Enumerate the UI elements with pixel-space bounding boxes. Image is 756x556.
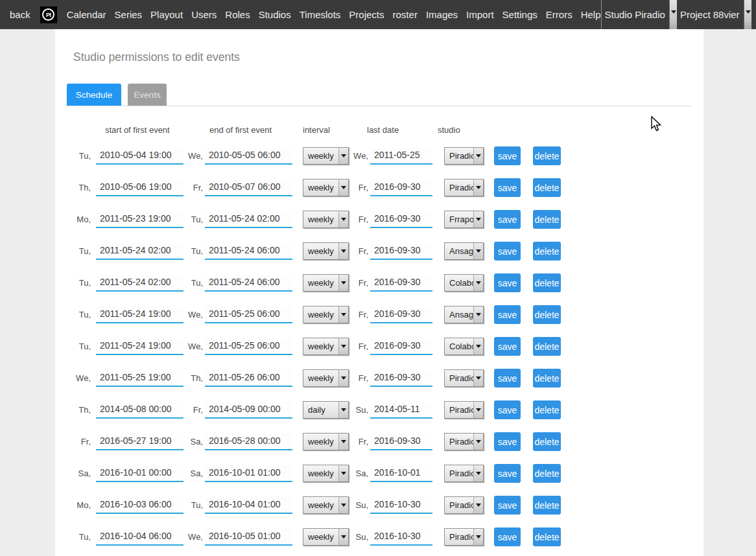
nav-item-timeslots[interactable]: Timeslots xyxy=(300,9,341,20)
start-datetime-input[interactable] xyxy=(96,180,183,196)
studio-row-select[interactable]: Piradio xyxy=(444,496,484,514)
delete-button[interactable]: delete xyxy=(533,178,561,197)
start-datetime-input[interactable] xyxy=(96,402,183,419)
delete-button[interactable]: delete xyxy=(533,242,561,261)
start-datetime-input[interactable] xyxy=(96,434,183,450)
last-date-input[interactable] xyxy=(370,465,432,482)
studio-select[interactable]: Studio Piradio xyxy=(602,0,677,29)
save-button[interactable]: save xyxy=(494,496,521,515)
studio-row-select[interactable]: Ansage xyxy=(444,306,484,323)
end-datetime-input[interactable] xyxy=(205,434,292,450)
studio-row-select[interactable]: Piradio xyxy=(444,369,484,387)
back-button[interactable]: back xyxy=(10,9,30,20)
end-datetime-input[interactable] xyxy=(205,275,292,292)
nav-item-images[interactable]: Images xyxy=(426,9,458,20)
last-date-input[interactable] xyxy=(370,434,432,450)
delete-button[interactable]: delete xyxy=(533,210,561,229)
save-button[interactable]: save xyxy=(494,527,521,546)
interval-select[interactable]: weekly xyxy=(303,147,349,165)
save-button[interactable]: save xyxy=(494,273,521,292)
start-datetime-input[interactable] xyxy=(96,148,183,165)
save-button[interactable]: save xyxy=(494,337,521,356)
last-date-input[interactable] xyxy=(370,243,432,260)
studio-row-select[interactable]: Piradio xyxy=(444,528,484,546)
start-datetime-input[interactable] xyxy=(96,307,183,323)
interval-select[interactable]: weekly xyxy=(303,179,349,196)
start-datetime-input[interactable] xyxy=(96,243,183,260)
delete-button[interactable]: delete xyxy=(533,464,561,483)
studio-row-select[interactable]: Piradio xyxy=(444,401,484,419)
start-datetime-input[interactable] xyxy=(96,370,183,387)
last-date-input[interactable] xyxy=(370,148,432,165)
last-date-input[interactable] xyxy=(370,497,432,514)
nav-item-calendar[interactable]: Calendar xyxy=(67,9,106,20)
start-datetime-input[interactable] xyxy=(96,497,183,514)
delete-button[interactable]: delete xyxy=(533,337,561,356)
end-datetime-input[interactable] xyxy=(205,529,292,546)
nav-item-errors[interactable]: Errors xyxy=(546,9,573,20)
nav-item-settings[interactable]: Settings xyxy=(502,9,537,20)
studio-row-select[interactable]: Colabo xyxy=(444,338,484,355)
last-date-input[interactable] xyxy=(370,370,432,387)
interval-select[interactable]: weekly xyxy=(303,496,349,514)
end-datetime-input[interactable] xyxy=(205,402,292,419)
save-button[interactable]: save xyxy=(494,432,521,451)
last-date-input[interactable] xyxy=(370,338,432,355)
nav-item-roster[interactable]: roster xyxy=(393,9,418,20)
start-datetime-input[interactable] xyxy=(96,275,183,292)
interval-select[interactable]: weekly xyxy=(303,528,349,546)
save-button[interactable]: save xyxy=(494,369,521,388)
nav-item-series[interactable]: Series xyxy=(115,9,143,20)
interval-select[interactable]: weekly xyxy=(303,369,349,387)
studio-row-select[interactable]: Piradio xyxy=(444,465,484,482)
delete-button[interactable]: delete xyxy=(533,527,561,546)
nav-item-roles[interactable]: Roles xyxy=(225,9,250,20)
studio-row-select[interactable]: Ansage xyxy=(444,242,484,260)
interval-select[interactable]: weekly xyxy=(303,465,349,482)
interval-select[interactable]: weekly xyxy=(303,306,349,323)
end-datetime-input[interactable] xyxy=(205,465,292,482)
save-button[interactable]: save xyxy=(494,178,521,197)
interval-select[interactable]: weekly xyxy=(303,211,349,228)
last-date-input[interactable] xyxy=(370,402,432,419)
end-datetime-input[interactable] xyxy=(205,370,292,387)
delete-button[interactable]: delete xyxy=(533,369,561,388)
nav-item-playout[interactable]: Playout xyxy=(150,9,183,20)
studio-select-dropdown-icon[interactable] xyxy=(669,0,677,29)
end-datetime-input[interactable] xyxy=(205,497,292,514)
studio-row-select[interactable]: Piradio xyxy=(444,147,484,165)
nav-item-help[interactable]: Help xyxy=(581,9,601,20)
start-datetime-input[interactable] xyxy=(96,338,183,355)
save-button[interactable]: save xyxy=(494,146,521,165)
interval-select[interactable]: weekly xyxy=(303,433,349,450)
last-date-input[interactable] xyxy=(370,529,432,546)
delete-button[interactable]: delete xyxy=(533,305,561,324)
delete-button[interactable]: delete xyxy=(533,146,561,165)
project-select[interactable]: Project 88vier xyxy=(677,0,751,29)
save-button[interactable]: save xyxy=(494,242,521,261)
nav-item-import[interactable]: Import xyxy=(466,9,494,20)
last-date-input[interactable] xyxy=(370,275,432,292)
delete-button[interactable]: delete xyxy=(533,400,561,419)
project-select-dropdown-icon[interactable] xyxy=(744,0,751,29)
last-date-input[interactable] xyxy=(370,307,432,323)
end-datetime-input[interactable] xyxy=(205,338,292,355)
nav-item-users[interactable]: Users xyxy=(191,9,217,20)
save-button[interactable]: save xyxy=(494,464,521,483)
start-datetime-input[interactable] xyxy=(96,529,183,546)
studio-row-select[interactable]: Piradio xyxy=(444,433,484,450)
end-datetime-input[interactable] xyxy=(205,180,292,196)
studio-row-select[interactable]: Frrapo xyxy=(444,211,484,228)
start-datetime-input[interactable] xyxy=(96,465,183,482)
last-date-input[interactable] xyxy=(370,211,432,228)
end-datetime-input[interactable] xyxy=(205,148,292,165)
end-datetime-input[interactable] xyxy=(205,211,292,228)
delete-button[interactable]: delete xyxy=(533,496,561,515)
interval-select[interactable]: daily xyxy=(303,401,349,419)
end-datetime-input[interactable] xyxy=(205,243,292,260)
nav-item-projects[interactable]: Projects xyxy=(349,9,384,20)
last-date-input[interactable] xyxy=(370,180,432,196)
delete-button[interactable]: delete xyxy=(533,432,561,451)
studio-row-select[interactable]: Piradio xyxy=(444,179,484,196)
delete-button[interactable]: delete xyxy=(533,273,561,292)
